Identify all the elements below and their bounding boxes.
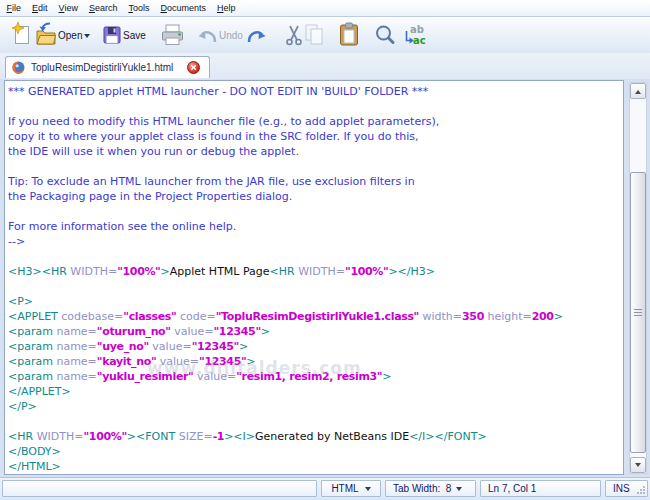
code-line: the IDE will use it when you run or debu… — [8, 144, 623, 159]
cut-scissors-icon — [285, 21, 303, 49]
html-document-icon — [12, 61, 25, 74]
cursor-position-panel: Ln 7, Col 1 — [480, 480, 601, 497]
dropdown-arrow-icon — [365, 487, 371, 494]
scroll-up-button[interactable] — [630, 83, 646, 99]
print-button[interactable] — [161, 17, 184, 53]
tab-close-button[interactable] — [187, 61, 200, 74]
new-document-icon — [10, 21, 32, 49]
application-window: { "menu": {"items": [ {"label": "File"},… — [0, 0, 650, 500]
new-document-button[interactable] — [10, 17, 32, 53]
copy-button[interactable] — [303, 17, 325, 53]
print-icon — [161, 21, 184, 49]
code-line: </APPLET> — [8, 384, 623, 399]
menu-bar: FileEditViewSearchToolsDocumentsHelp — [0, 0, 650, 17]
redo-button[interactable] — [246, 17, 268, 53]
redo-icon — [246, 21, 268, 49]
undo-button-label: Undo — [219, 30, 243, 41]
code-line: </BODY> — [8, 444, 623, 459]
open-button-label: Open — [58, 30, 82, 41]
tab-width-label: Tab Width: 8 — [393, 483, 451, 494]
status-bar: HTML Tab Width: 8 Ln 7, Col 1 INS — [0, 477, 650, 500]
code-line: Tip: To exclude an HTML launcher from th… — [8, 174, 623, 189]
status-message-panel — [2, 480, 317, 497]
find-button[interactable] — [374, 17, 396, 53]
code-line: </P> — [8, 399, 623, 414]
code-line — [8, 204, 623, 219]
menu-search[interactable]: Search — [83, 1, 123, 16]
code-line: --> — [8, 234, 623, 249]
dropdown-arrow-icon — [84, 34, 90, 41]
insert-mode-panel: INS — [605, 480, 648, 497]
tab-width-dropdown[interactable]: Tab Width: 8 — [385, 480, 476, 497]
editor-region: *** GENERATED applet HTML launcher - DO … — [0, 79, 650, 477]
menu-file[interactable]: File — [1, 1, 27, 16]
dropdown-arrow-icon — [456, 487, 462, 494]
tab-title: TopluResimDegistirliYukle1.html — [31, 62, 187, 73]
open-button[interactable]: Open — [36, 17, 82, 53]
svg-text:ab: ab — [410, 24, 424, 35]
code-line: If you need to modify this HTML launcher… — [8, 114, 623, 129]
syntax-mode-dropdown[interactable]: HTML — [321, 480, 381, 497]
save-button[interactable]: Save — [103, 17, 146, 53]
code-line: For more information see the online help… — [8, 219, 623, 234]
resize-grip-icon — [637, 486, 645, 494]
code-line: <HR WIDTH="100%"><FONT SIZE=-1><I>Genera… — [8, 429, 623, 444]
cut-button[interactable] — [285, 17, 303, 53]
code-editor[interactable]: *** GENERATED applet HTML launcher - DO … — [4, 80, 624, 475]
syntax-mode-label: HTML — [331, 483, 358, 494]
code-line: <H3><HR WIDTH="100%">Applet HTML Page<HR… — [8, 264, 623, 279]
scrollbar-thumb[interactable] — [630, 172, 646, 453]
svg-text:ac: ac — [413, 35, 426, 46]
toolbar: Open Save Undo — [0, 17, 650, 54]
code-line: copy it to where your applet class is fo… — [8, 129, 623, 144]
tab-bar: TopluResimDegistirliYukle1.html — [0, 53, 650, 79]
watermark-text: www.dijitalders.com — [147, 358, 362, 378]
code-line: <APPLET codebase="classes" code="TopluRe… — [8, 309, 623, 324]
menu-tools[interactable]: Tools — [123, 1, 155, 16]
close-icon — [188, 62, 199, 73]
code-line — [8, 279, 623, 294]
code-line: <param name="uye_no" value="12345"> — [8, 339, 623, 354]
paste-clipboard-icon — [338, 21, 360, 49]
insert-mode-label: INS — [613, 483, 630, 494]
save-icon — [103, 21, 121, 49]
scroll-down-button[interactable] — [630, 457, 646, 473]
replace-icon: ab ac — [401, 21, 427, 49]
menu-edit[interactable]: Edit — [27, 1, 54, 16]
tab-toplu-resim[interactable]: TopluResimDegistirliYukle1.html — [5, 56, 210, 78]
code-line: <P> — [8, 294, 623, 309]
menu-view[interactable]: View — [53, 1, 83, 16]
code-line — [8, 159, 623, 174]
save-button-label: Save — [123, 30, 146, 41]
code-line — [8, 414, 623, 429]
code-lines: *** GENERATED applet HTML launcher - DO … — [5, 81, 623, 474]
code-line — [8, 249, 623, 264]
menu-help[interactable]: Help — [211, 1, 241, 16]
undo-button[interactable]: Undo — [197, 17, 243, 53]
cursor-position-label: Ln 7, Col 1 — [488, 483, 536, 494]
paste-button[interactable] — [338, 17, 360, 53]
scrollbar-grip — [634, 309, 642, 317]
open-folder-icon — [36, 21, 56, 49]
vertical-scrollbar[interactable] — [629, 82, 647, 474]
code-line: </HTML> — [8, 459, 623, 474]
search-icon — [374, 21, 396, 49]
copy-icon — [303, 21, 325, 49]
undo-icon — [197, 21, 217, 49]
replace-button[interactable]: ab ac — [401, 17, 427, 53]
menu-documents[interactable]: Documents — [155, 1, 212, 16]
triangle-down-icon — [635, 463, 641, 470]
open-dropdown-button[interactable] — [84, 17, 90, 53]
code-line — [8, 99, 623, 114]
code-line: the Packaging page in the Project Proper… — [8, 189, 623, 204]
triangle-up-icon — [635, 87, 641, 94]
code-line: <param name="oturum_no" value="12345"> — [8, 324, 623, 339]
code-line: *** GENERATED applet HTML launcher - DO … — [8, 84, 623, 99]
